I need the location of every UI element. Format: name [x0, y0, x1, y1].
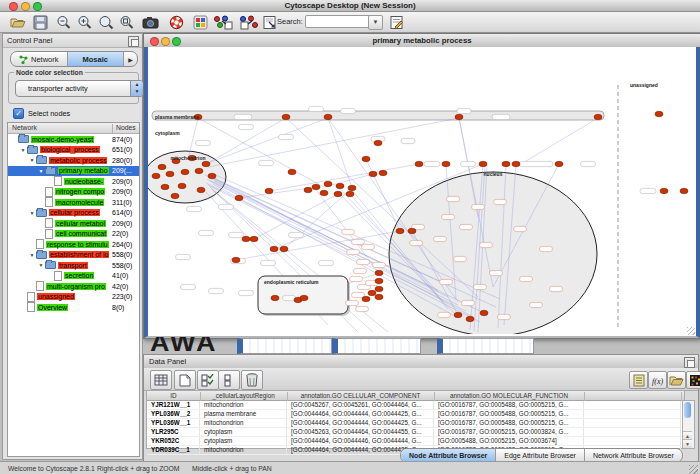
network-node[interactable]	[375, 294, 383, 299]
network-node[interactable]	[161, 184, 169, 189]
network-node-unselected[interactable]	[357, 259, 370, 264]
network-node[interactable]	[320, 190, 328, 195]
network-node[interactable]	[466, 316, 474, 321]
network-node[interactable]	[197, 187, 205, 192]
network-node[interactable]	[368, 290, 376, 295]
network-edge[interactable]	[328, 118, 352, 188]
network-node[interactable]	[280, 246, 288, 251]
network-node-unselected[interactable]	[239, 124, 254, 129]
network-node[interactable]	[374, 140, 382, 145]
network-edge[interactable]	[516, 118, 598, 167]
network-tree-row[interactable]: cellular metabol209(0)	[8, 218, 139, 229]
open-file-icon[interactable]	[9, 14, 26, 30]
network-node-unselected[interactable]	[283, 295, 296, 300]
network-node-unselected[interactable]	[229, 232, 244, 237]
table-column-header[interactable]: annotation.GO MOLECULAR_FUNCTION	[434, 392, 585, 401]
network-node-unselected[interactable]	[490, 270, 503, 275]
network-node-unselected[interactable]	[472, 204, 485, 209]
import-attributes-icon[interactable]	[667, 371, 686, 389]
network-node[interactable]	[181, 169, 189, 174]
heatmap-icon[interactable]	[686, 371, 700, 389]
network-node[interactable]	[502, 161, 510, 166]
network-tree-row[interactable]: multi-organism pro42(0)	[8, 281, 139, 292]
network-node[interactable]	[369, 171, 377, 176]
table-column-header[interactable]: _cellularLayoutRegion	[200, 392, 288, 401]
table-row[interactable]: YPL036W__1mitochondrion[GO:0044464, GO:0…	[147, 419, 684, 428]
tree-expand-icon[interactable]: ▼	[37, 168, 45, 174]
network-node-unselected[interactable]	[514, 226, 527, 231]
table-scrollbar[interactable]: ▲ ▼	[682, 400, 695, 449]
network-node-unselected[interactable]	[454, 256, 467, 261]
network-tree-row[interactable]: ▼biological_process651(0)	[8, 145, 139, 156]
annotation-export-icon[interactable]	[238, 14, 260, 30]
snapshot-camera-icon[interactable]	[142, 14, 159, 30]
network-node-unselected[interactable]	[460, 224, 473, 229]
annotation-import-icon[interactable]	[212, 14, 234, 30]
network-node[interactable]	[375, 270, 383, 275]
network-node-unselected[interactable]	[474, 284, 487, 289]
network-node-unselected[interactable]	[530, 302, 543, 307]
network-node-unselected[interactable]	[196, 140, 211, 145]
select-attributes-icon[interactable]	[150, 370, 172, 390]
network-node-unselected[interactable]	[234, 114, 252, 119]
tree-expand-icon[interactable]: ▼	[28, 157, 36, 163]
search-input[interactable]	[305, 15, 371, 28]
app-resize-grip[interactable]	[689, 465, 698, 474]
network-tree-row[interactable]: ▼transport558(0)	[8, 260, 139, 271]
network-node[interactable]	[300, 295, 308, 300]
network-tree-row[interactable]: macromolecule311(0)	[8, 197, 139, 208]
network-tree-row[interactable]: Overview8(0)	[8, 302, 139, 313]
tree-expand-icon[interactable]: ▼	[28, 252, 36, 258]
vizmapper-icon[interactable]	[192, 14, 209, 30]
network-node[interactable]	[178, 183, 186, 188]
delete-attributes-icon[interactable]	[197, 370, 219, 390]
network-node[interactable]	[379, 170, 387, 175]
network-tree-row[interactable]: ▼primary metabo209(...	[8, 166, 139, 177]
network-edge[interactable]	[284, 188, 352, 249]
network-tree-row[interactable]: ▼cellular process614(0)	[8, 208, 139, 219]
network-node-unselected[interactable]	[176, 254, 191, 259]
search-advanced-icon[interactable]	[388, 14, 405, 30]
window-titlebar[interactable]: Cytoscape Desktop (New Session)	[0, 0, 700, 12]
table-row[interactable]: YLR295Ccytoplasm[GO:0045263, GO:0044464,…	[147, 428, 684, 437]
network-node-unselected[interactable]	[239, 290, 254, 295]
network-node[interactable]	[158, 164, 166, 169]
network-node[interactable]	[232, 257, 240, 262]
network-node-unselected[interactable]	[462, 300, 475, 305]
network-node[interactable]	[235, 195, 243, 200]
network-node[interactable]	[195, 168, 203, 173]
network-node[interactable]	[324, 181, 332, 186]
table-row[interactable]: YJR121W__1mitochondrion[GO:0045267, GO:0…	[147, 401, 684, 410]
table-column-header[interactable]: ID	[147, 392, 201, 401]
network-node[interactable]	[375, 278, 383, 283]
data-panel-titlebar[interactable]: Data Panel	[144, 355, 698, 369]
network-node-unselected[interactable]	[461, 161, 476, 166]
network-node-unselected[interactable]	[342, 229, 355, 234]
network-node-unselected[interactable]	[319, 260, 334, 265]
network-node[interactable]	[336, 183, 344, 188]
network-node[interactable]	[362, 296, 370, 301]
network-node[interactable]	[348, 185, 356, 190]
network-node-unselected[interactable]	[520, 276, 533, 281]
network-node[interactable]	[415, 161, 423, 166]
network-node[interactable]	[408, 228, 416, 233]
network-node[interactable]	[202, 161, 210, 166]
attribute-list-icon[interactable]	[218, 370, 240, 390]
network-node[interactable]	[270, 246, 278, 251]
zoom-in-icon[interactable]	[76, 14, 93, 30]
network-node[interactable]	[312, 184, 320, 189]
network-node-unselected[interactable]	[492, 114, 510, 119]
network-node[interactable]	[362, 156, 370, 161]
search-dropdown-icon[interactable]: ▼	[368, 15, 383, 30]
network-node-unselected[interactable]	[259, 160, 274, 165]
table-row[interactable]: YKR052Ccytoplasm[GO:0044464, GO:0044446,…	[147, 437, 684, 446]
network-node-unselected[interactable]	[442, 214, 455, 219]
network-node[interactable]	[480, 310, 488, 315]
scroll-down-icon[interactable]: ▼	[683, 439, 692, 448]
attribute-table-header[interactable]: ID_cellularLayoutRegionannotation.GO CEL…	[147, 391, 684, 401]
network-node-unselected[interactable]	[434, 236, 447, 241]
network-node-unselected[interactable]	[309, 106, 324, 111]
function-builder-icon[interactable]: f(x)	[648, 371, 667, 389]
network-node-unselected[interactable]	[219, 204, 234, 209]
network-canvas[interactable]: plasma membranecytoplasmmitochondrionnuc…	[148, 47, 696, 334]
